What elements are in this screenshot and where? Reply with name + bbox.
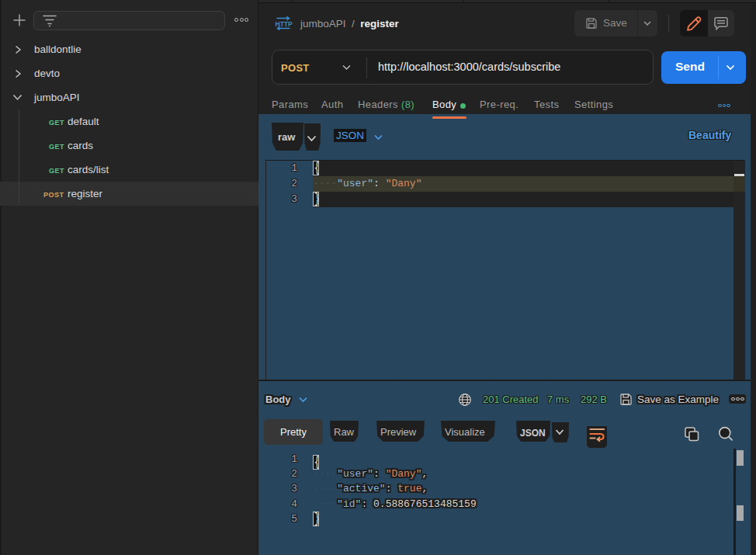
svg-text:HTTP: HTTP: [276, 20, 293, 28]
